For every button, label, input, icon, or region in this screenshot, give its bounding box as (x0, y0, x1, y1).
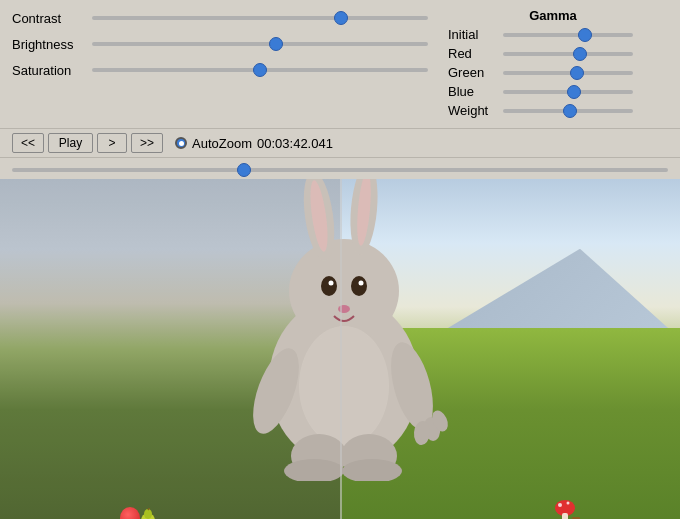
saturation-row: Saturation (12, 60, 428, 80)
gamma-weight-row: Weight (448, 103, 668, 118)
autozoom-radio[interactable] (175, 137, 187, 149)
gamma-blue-label: Blue (448, 84, 503, 99)
play-button[interactable]: Play (48, 133, 93, 153)
gamma-initial-slider-container (503, 33, 633, 37)
fruit-item (140, 508, 156, 519)
autozoom-section: AutoZoom 00:03:42.041 (175, 136, 333, 151)
svg-point-6 (321, 276, 337, 296)
brightness-row: Brightness (12, 34, 428, 54)
svg-point-22 (558, 503, 562, 507)
timecode-display: 00:03:42.041 (257, 136, 333, 151)
gamma-green-slider[interactable] (503, 71, 633, 75)
contrast-row: Contrast (12, 8, 428, 28)
contrast-slider-container (92, 8, 428, 28)
gamma-blue-slider-container (503, 90, 633, 94)
saturation-slider[interactable] (92, 68, 428, 72)
svg-point-9 (359, 280, 364, 285)
saturation-label: Saturation (12, 63, 92, 78)
gamma-red-slider-container (503, 52, 633, 56)
video-area (0, 179, 680, 519)
brightness-label: Brightness (12, 37, 92, 52)
svg-point-8 (329, 280, 334, 285)
gamma-red-slider[interactable] (503, 52, 633, 56)
gamma-red-row: Red (448, 46, 668, 61)
bunny-svg (204, 179, 484, 481)
apple-item (120, 507, 140, 519)
svg-point-7 (351, 276, 367, 296)
contrast-slider[interactable] (92, 16, 428, 20)
contrast-label: Contrast (12, 11, 92, 26)
gamma-blue-row: Blue (448, 84, 668, 99)
svg-rect-24 (562, 513, 568, 519)
transport-bar: << Play > >> AutoZoom 00:03:42.041 (0, 128, 680, 158)
next-button[interactable]: > (97, 133, 127, 153)
seek-bar-row (0, 158, 680, 179)
gamma-weight-slider[interactable] (503, 109, 633, 113)
gamma-weight-label: Weight (448, 103, 503, 118)
controls-panel: Contrast Brightness Saturation Gamma Ini… (0, 0, 680, 128)
brightness-slider[interactable] (92, 42, 428, 46)
gamma-controls: Gamma Initial Red Green Blue (448, 8, 668, 122)
fruit-svg (140, 508, 156, 519)
gamma-red-label: Red (448, 46, 503, 61)
split-divider (340, 179, 342, 519)
seek-slider[interactable] (12, 168, 668, 172)
left-controls: Contrast Brightness Saturation (12, 8, 448, 122)
svg-point-26 (144, 509, 152, 519)
saturation-slider-container (92, 60, 428, 80)
gamma-initial-label: Initial (448, 27, 503, 42)
mushroom-item (555, 498, 575, 519)
gamma-blue-slider[interactable] (503, 90, 633, 94)
mushroom-svg (555, 498, 575, 519)
gamma-title: Gamma (448, 8, 668, 23)
next-fast-button[interactable]: >> (131, 133, 163, 153)
gamma-green-label: Green (448, 65, 503, 80)
autozoom-label: AutoZoom (192, 136, 252, 151)
bunny-character (204, 179, 484, 481)
gamma-initial-row: Initial (448, 27, 668, 42)
gamma-green-row: Green (448, 65, 668, 80)
gamma-initial-slider[interactable] (503, 33, 633, 37)
svg-point-23 (567, 502, 570, 505)
svg-point-16 (299, 326, 389, 446)
brightness-slider-container (92, 34, 428, 54)
gamma-weight-slider-container (503, 109, 633, 113)
prev-fast-button[interactable]: << (12, 133, 44, 153)
gamma-green-slider-container (503, 71, 633, 75)
